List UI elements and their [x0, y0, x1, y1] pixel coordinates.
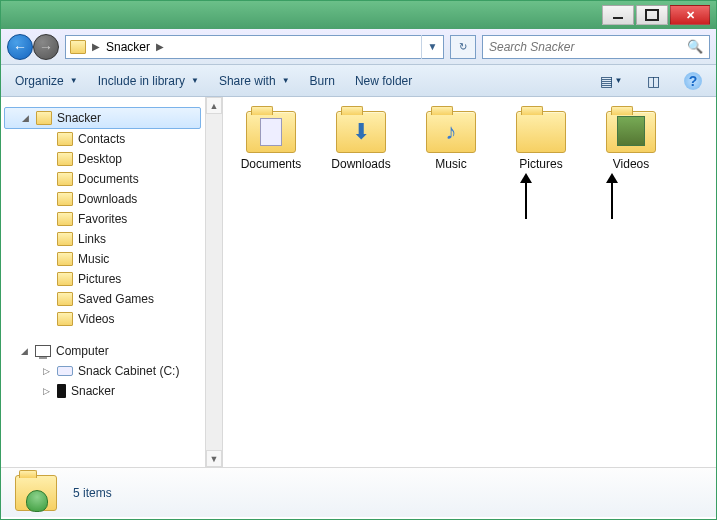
- tree-node[interactable]: Pictures: [1, 269, 204, 289]
- tree-node[interactable]: Desktop: [1, 149, 204, 169]
- tree-node-device[interactable]: ▷ Snacker: [1, 381, 204, 401]
- tree-node[interactable]: Videos: [1, 309, 204, 329]
- folder-item[interactable]: ⬇Downloads: [323, 111, 399, 171]
- user-folder-icon: [70, 40, 86, 54]
- scroll-up-icon[interactable]: ▲: [206, 97, 222, 114]
- address-dropdown-button[interactable]: ▼: [421, 35, 443, 59]
- back-button[interactable]: ←: [7, 34, 33, 60]
- folder-icon: [57, 312, 73, 326]
- window-maximize-button[interactable]: [636, 5, 668, 25]
- computer-icon: [35, 345, 51, 357]
- organize-button[interactable]: Organize: [15, 74, 78, 88]
- help-button[interactable]: ?: [684, 72, 702, 90]
- details-pane-folder-icon: [15, 475, 57, 511]
- tree-node[interactable]: Contacts: [1, 129, 204, 149]
- details-pane-text: 5 items: [73, 486, 112, 500]
- music-overlay-icon: ♪: [446, 119, 457, 145]
- include-in-library-button[interactable]: Include in library: [98, 74, 199, 88]
- tree-label: Videos: [78, 312, 114, 326]
- share-label: Share with: [219, 74, 276, 88]
- tree-node[interactable]: Links: [1, 229, 204, 249]
- share-with-button[interactable]: Share with: [219, 74, 290, 88]
- tree-label: Computer: [56, 344, 109, 358]
- tree-node[interactable]: Music: [1, 249, 204, 269]
- search-icon: 🔍: [687, 39, 703, 54]
- folder-label: Pictures: [519, 157, 562, 171]
- folder-icon: [57, 192, 73, 206]
- collapse-icon[interactable]: ◢: [19, 346, 30, 356]
- tree-label: Favorites: [78, 212, 127, 226]
- scroll-down-icon[interactable]: ▼: [206, 450, 222, 467]
- forward-button[interactable]: →: [33, 34, 59, 60]
- folder-icon: [57, 152, 73, 166]
- breadcrumb-separator-icon: ▶: [92, 41, 100, 52]
- details-pane: 5 items: [1, 467, 716, 517]
- folder-icon: [57, 172, 73, 186]
- folder-icon: [246, 111, 296, 153]
- folder-icon: [606, 111, 656, 153]
- new-folder-button[interactable]: New folder: [355, 74, 412, 88]
- organize-label: Organize: [15, 74, 64, 88]
- burn-label: Burn: [310, 74, 335, 88]
- window-minimize-button[interactable]: [602, 5, 634, 25]
- main-area: ◢ Snacker ContactsDesktopDocumentsDownlo…: [1, 97, 716, 467]
- video-overlay-icon: [617, 116, 645, 146]
- new-folder-label: New folder: [355, 74, 412, 88]
- drive-icon: [57, 366, 73, 376]
- tree-node-computer[interactable]: ◢ Computer: [1, 341, 204, 361]
- folder-item[interactable]: Videos: [593, 111, 669, 171]
- tree-node[interactable]: Favorites: [1, 209, 204, 229]
- search-box[interactable]: 🔍: [482, 35, 710, 59]
- tree-node-snacker[interactable]: ◢ Snacker: [4, 107, 201, 129]
- annotation-arrow: [525, 175, 527, 219]
- folder-label: Videos: [613, 157, 649, 171]
- document-overlay-icon: [260, 118, 282, 146]
- sidebar-scrollbar[interactable]: ▲ ▼: [205, 97, 222, 467]
- navigation-bar: ← → ▶ Snacker ▶ ▼ ↻ 🔍: [1, 29, 716, 65]
- folder-icon: [516, 111, 566, 153]
- folder-icon: [57, 292, 73, 306]
- tree-label: Snacker: [71, 384, 115, 398]
- window-close-button[interactable]: ✕: [670, 5, 710, 25]
- search-input[interactable]: [489, 40, 683, 54]
- user-overlay-icon: [26, 490, 48, 512]
- folder-label: Downloads: [331, 157, 390, 171]
- annotation-arrow: [611, 175, 613, 219]
- folder-tree: ◢ Snacker ContactsDesktopDocumentsDownlo…: [1, 107, 222, 401]
- breadcrumb-item[interactable]: Snacker: [106, 40, 150, 54]
- download-overlay-icon: ⬇: [352, 119, 370, 145]
- folder-icon: [36, 111, 52, 125]
- tree-label: Snack Cabinet (C:): [78, 364, 179, 378]
- content-pane[interactable]: Documents⬇Downloads♪MusicPicturesVideos: [223, 97, 716, 467]
- tree-node[interactable]: Saved Games: [1, 289, 204, 309]
- folder-icon: ⬇: [336, 111, 386, 153]
- tree-label: Documents: [78, 172, 139, 186]
- refresh-button[interactable]: ↻: [450, 35, 476, 59]
- tree-label: Music: [78, 252, 109, 266]
- folder-item[interactable]: Documents: [233, 111, 309, 171]
- tree-node[interactable]: Downloads: [1, 189, 204, 209]
- breadcrumb-separator-icon: ▶: [156, 41, 164, 52]
- folder-icon: [57, 212, 73, 226]
- folder-item[interactable]: ♪Music: [413, 111, 489, 171]
- folder-label: Documents: [241, 157, 302, 171]
- folder-icon: [57, 232, 73, 246]
- expand-icon[interactable]: ▷: [41, 386, 52, 396]
- tree-label: Links: [78, 232, 106, 246]
- view-options-button[interactable]: ▤▼: [600, 71, 622, 91]
- collapse-icon[interactable]: ◢: [20, 113, 31, 123]
- folder-icon: ♪: [426, 111, 476, 153]
- tree-node[interactable]: Documents: [1, 169, 204, 189]
- burn-button[interactable]: Burn: [310, 74, 335, 88]
- address-bar[interactable]: ▶ Snacker ▶ ▼: [65, 35, 444, 59]
- tree-node-drive[interactable]: ▷ Snack Cabinet (C:): [1, 361, 204, 381]
- device-icon: [57, 384, 66, 398]
- tree-label: Snacker: [57, 111, 101, 125]
- include-label: Include in library: [98, 74, 185, 88]
- tree-label: Pictures: [78, 272, 121, 286]
- folder-icon: [57, 252, 73, 266]
- preview-pane-button[interactable]: ◫: [642, 71, 664, 91]
- folder-item[interactable]: Pictures: [503, 111, 579, 171]
- folder-icon: [57, 132, 73, 146]
- expand-icon[interactable]: ▷: [41, 366, 52, 376]
